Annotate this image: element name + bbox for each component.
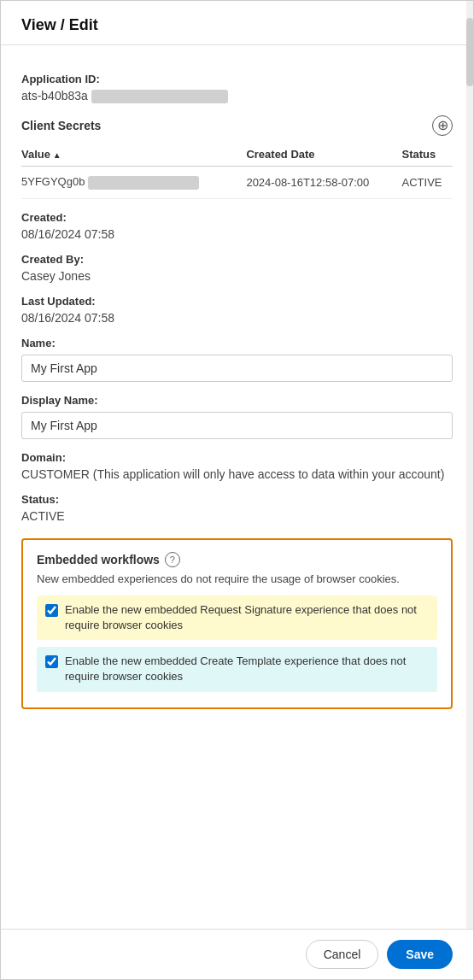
checkbox-1-label[interactable]: Enable the new embedded Request Signatur… [65, 602, 429, 633]
checkbox-row-1: Enable the new embedded Request Signatur… [37, 596, 437, 640]
name-input[interactable] [21, 355, 453, 382]
ew-description: New embedded experiences do not require … [37, 572, 437, 585]
application-id-value: ats-b40b83a [21, 89, 453, 103]
panel-footer: Cancel Save [1, 929, 473, 979]
table-row: 5YFGYQg0b 2024-08-16T12:58-07:00 ACTIVE [21, 167, 453, 199]
client-secrets-header: Client Secrets ⊕ [21, 115, 453, 136]
col-created-date: Created Date [246, 143, 401, 167]
panel-body: Application ID: ats-b40b83a Client Secre… [1, 45, 473, 709]
checkbox-request-signature[interactable] [45, 604, 58, 617]
name-label: Name: [21, 337, 453, 349]
ew-header: Embedded workflows ? [37, 552, 437, 567]
embedded-workflows-section: Embedded workflows ? New embedded experi… [21, 538, 453, 709]
ew-title: Embedded workflows [37, 553, 160, 566]
secret-value-cell: 5YFGYQg0b [21, 167, 246, 199]
last-updated-value: 08/16/2024 07:58 [21, 311, 453, 325]
secret-value-redacted [88, 176, 199, 190]
secret-status-cell: ACTIVE [402, 167, 453, 199]
created-by-label: Created By: [21, 253, 453, 266]
client-secrets-title: Client Secrets [21, 119, 101, 132]
checkbox-create-template[interactable] [45, 655, 58, 668]
cancel-button[interactable]: Cancel [306, 940, 379, 969]
created-value: 08/16/2024 07:58 [21, 227, 453, 241]
application-id-label: Application ID: [21, 73, 453, 85]
secret-created-date-cell: 2024-08-16T12:58-07:00 [246, 167, 401, 199]
add-client-secret-button[interactable]: ⊕ [432, 115, 453, 136]
help-icon[interactable]: ? [165, 552, 180, 567]
domain-value: CUSTOMER (This application will only hav… [21, 467, 453, 481]
created-by-value: Casey Jones [21, 269, 453, 283]
display-name-input[interactable] [21, 412, 453, 439]
col-value[interactable]: Value [21, 143, 246, 167]
checkbox-row-2: Enable the new embedded Create Template … [37, 647, 437, 691]
secrets-table: Value Created Date Status 5YFGYQg0b 2024… [21, 143, 453, 199]
status-label: Status: [21, 493, 453, 506]
domain-label: Domain: [21, 451, 453, 464]
view-edit-panel: View / Edit Application ID: ats-b40b83a … [0, 0, 474, 980]
last-updated-label: Last Updated: [21, 295, 453, 308]
status-value: ACTIVE [21, 509, 453, 523]
checkbox-2-label[interactable]: Enable the new embedded Create Template … [65, 654, 429, 684]
application-id-redacted [91, 90, 228, 103]
scrollbar[interactable] [466, 1, 473, 979]
save-button[interactable]: Save [387, 940, 453, 969]
page-title: View / Edit [21, 16, 453, 34]
display-name-label: Display Name: [21, 394, 453, 407]
col-status: Status [402, 143, 453, 167]
created-label: Created: [21, 211, 453, 224]
panel-header: View / Edit [1, 1, 473, 45]
